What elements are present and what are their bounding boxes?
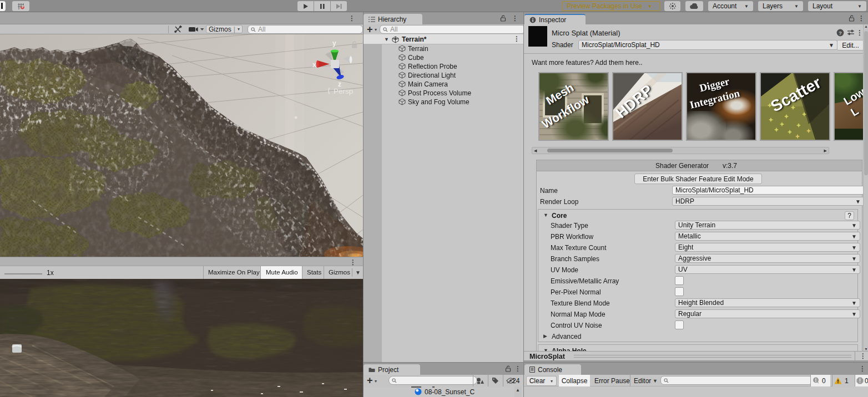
svg-text:x: x	[312, 61, 316, 69]
svg-text:Persp: Persp	[334, 87, 353, 95]
svg-text:?: ?	[839, 30, 842, 36]
svg-text:y: y	[332, 39, 336, 47]
svg-text:⟨: ⟨	[327, 86, 330, 95]
